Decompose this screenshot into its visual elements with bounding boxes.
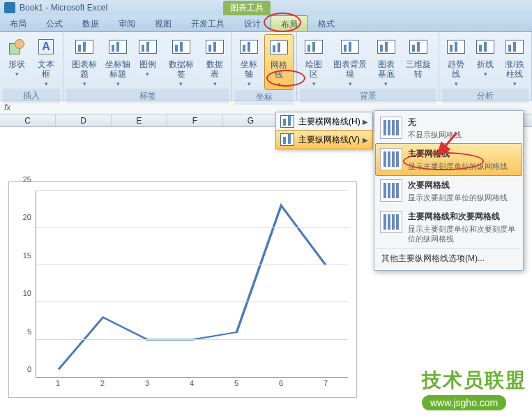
gridlines-icon	[270, 40, 288, 54]
window-title: Book1 - Microsoft Excel	[20, 3, 107, 13]
chart-y-axis: 0510152025	[15, 188, 34, 378]
v-gridlines-icon	[280, 133, 294, 146]
lines-icon	[476, 40, 494, 54]
textbox-icon: A	[38, 39, 54, 54]
dropdown-item-h-gridlines[interactable]: 主要横网格线(H) ▶	[276, 112, 372, 131]
submenu-desc: 显示主要刻度单位的纵网格线	[408, 161, 508, 171]
group-background: 背景	[300, 89, 436, 103]
submenu-more-options[interactable]: 其他主要纵网格线选项(M)...	[376, 248, 522, 269]
title-bar: Book1 - Microsoft Excel 图表工具	[0, 0, 532, 15]
group-axes: 坐标	[235, 90, 294, 105]
tab-formulas[interactable]: 公式	[36, 15, 73, 31]
axes-button[interactable]: 坐标轴▾	[235, 34, 263, 90]
chevron-right-icon: ▶	[363, 118, 368, 126]
ribbon: 形状▾ A文本框▾ 插入 图表标题▾ 坐标轴 标题▾ 图例▾ 数据标签▾ 数据表…	[0, 32, 532, 101]
v-gridlines-submenu: 无不显示纵网格线 主要网格线显示主要刻度单位的纵网格线 次要网格线显示次要刻度单…	[374, 110, 524, 271]
updown-icon	[506, 40, 524, 54]
submenu-title: 无	[408, 117, 462, 128]
submenu-desc: 显示主要刻度单位和次要刻度单位的纵网格线	[408, 224, 517, 244]
chart-line-series	[36, 191, 348, 377]
col-header[interactable]: C	[0, 114, 56, 126]
trendline-icon	[447, 40, 465, 54]
axes-icon	[240, 40, 258, 54]
chart-tools-contextual: 图表工具	[223, 1, 271, 15]
tab-developer[interactable]: 开发工具	[181, 15, 234, 31]
gridlines-major-icon	[380, 148, 402, 170]
gridlines-dropdown: 主要横网格线(H) ▶ 主要纵网格线(V) ▶	[275, 112, 373, 149]
chevron-right-icon: ▶	[363, 136, 368, 144]
updown-bars-button[interactable]: 涨/跌 柱线▾	[501, 34, 529, 89]
group-analysis: 分析	[442, 89, 529, 103]
tab-review[interactable]: 审阅	[109, 15, 145, 31]
submenu-item-minor[interactable]: 次要网格线显示次要刻度单位的纵网格线	[376, 175, 522, 207]
submenu-desc: 不显示纵网格线	[408, 130, 462, 140]
col-header[interactable]: E	[112, 114, 167, 126]
chart-title-button[interactable]: 图表标题▾	[66, 34, 102, 89]
chart-wall-button[interactable]: 图表背景墙▾	[329, 34, 370, 89]
chart-plot	[36, 191, 348, 378]
rotate-3d-icon	[409, 40, 427, 54]
embedded-chart[interactable]: 0510152025 1234567	[8, 181, 357, 398]
submenu-item-both[interactable]: 主要网格线和次要网格线显示主要刻度单位和次要刻度单位的纵网格线	[376, 207, 522, 248]
data-table-icon	[206, 40, 224, 54]
col-header[interactable]: F	[167, 114, 223, 126]
chart-floor-icon	[377, 40, 395, 54]
dropdown-item-v-gridlines[interactable]: 主要纵网格线(V) ▶	[275, 130, 373, 149]
shapes-icon	[9, 39, 24, 54]
chart-title-icon	[75, 40, 93, 54]
tab-layout[interactable]: 布局	[271, 15, 308, 31]
lines-button[interactable]: 折线▾	[471, 34, 499, 89]
tab-design[interactable]: 设计	[234, 15, 271, 31]
legend-button[interactable]: 图例▾	[134, 34, 162, 89]
rotate-3d-button[interactable]: 三维旋转	[402, 34, 436, 89]
h-gridlines-icon	[280, 115, 294, 128]
legend-icon	[139, 40, 157, 54]
col-header[interactable]: G	[223, 114, 279, 126]
tab-format[interactable]: 格式	[308, 15, 344, 31]
h-gridlines-label: 主要横网格线(H)	[298, 116, 360, 128]
watermark-url: www.jsgho.com	[422, 395, 506, 410]
submenu-item-none[interactable]: 无不显示纵网格线	[376, 112, 522, 144]
submenu-item-major[interactable]: 主要网格线显示主要刻度单位的纵网格线	[375, 143, 522, 176]
tab-layout-left[interactable]: 布局	[0, 15, 36, 31]
chart-floor-button[interactable]: 图表 基底▾	[372, 34, 400, 89]
tab-data[interactable]: 数据	[73, 15, 109, 31]
gridlines-button[interactable]: 网格线▾	[264, 34, 294, 90]
textbox-button[interactable]: A文本框▾	[32, 34, 60, 89]
watermark-text: 技术员联盟	[422, 367, 526, 394]
submenu-desc: 显示次要刻度单位的纵网格线	[408, 193, 508, 202]
group-labels: 标签	[66, 89, 229, 103]
data-table-button[interactable]: 数据表▾	[201, 34, 229, 89]
plot-area-button[interactable]: 绘图区▾	[300, 34, 328, 89]
group-insert: 插入	[3, 89, 60, 103]
gridlines-both-icon	[380, 211, 402, 233]
watermark: 技术员联盟 www.jsgho.com	[422, 367, 526, 410]
chart-wall-icon	[341, 40, 359, 54]
axis-title-button[interactable]: 坐标轴 标题▾	[104, 34, 132, 89]
ribbon-tabs: 布局 公式 数据 审阅 视图 开发工具 设计 布局 格式	[0, 15, 532, 32]
plot-area-icon	[305, 40, 323, 54]
fx-label: fx	[4, 103, 10, 112]
submenu-title: 次要网格线	[408, 179, 508, 191]
submenu-title: 主要网格线和次要网格线	[408, 211, 517, 223]
tab-view[interactable]: 视图	[145, 15, 181, 31]
submenu-title: 主要网格线	[408, 148, 508, 160]
gridlines-minor-icon	[380, 179, 402, 202]
trendline-button[interactable]: 趋势线▾	[442, 34, 470, 89]
data-labels-icon	[172, 40, 190, 54]
v-gridlines-label: 主要纵网格线(V)	[298, 134, 360, 146]
app-icon	[4, 2, 15, 13]
gridlines-none-icon	[380, 117, 402, 139]
chart-x-axis: 1234567	[36, 379, 348, 392]
axis-title-icon	[109, 40, 127, 54]
col-header[interactable]: D	[56, 114, 112, 126]
chart-plot-area: 0510152025 1234567	[15, 188, 351, 392]
data-labels-button[interactable]: 数据标签▾	[163, 34, 199, 89]
shapes-button[interactable]: 形状▾	[3, 34, 31, 89]
